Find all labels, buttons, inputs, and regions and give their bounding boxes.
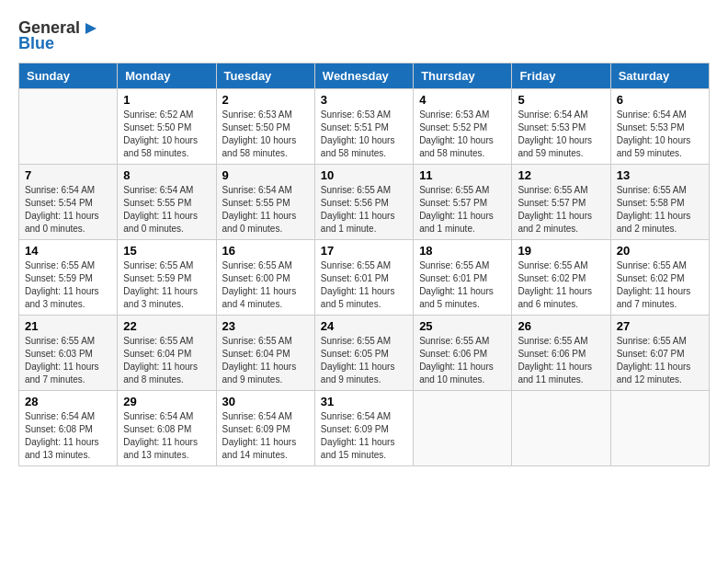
calendar-cell: 9Sunrise: 6:54 AM Sunset: 5:55 PM Daylig… bbox=[216, 165, 314, 240]
day-number: 22 bbox=[123, 319, 210, 333]
calendar-header-row: SundayMondayTuesdayWednesdayThursdayFrid… bbox=[19, 63, 710, 89]
day-number: 14 bbox=[25, 244, 111, 258]
day-info: Sunrise: 6:54 AM Sunset: 6:09 PM Dayligh… bbox=[222, 410, 309, 462]
calendar-header-thursday: Thursday bbox=[414, 63, 512, 89]
calendar-cell bbox=[19, 89, 118, 165]
day-info: Sunrise: 6:55 AM Sunset: 6:03 PM Dayligh… bbox=[25, 335, 111, 386]
day-number: 21 bbox=[25, 319, 111, 333]
day-info: Sunrise: 6:55 AM Sunset: 6:02 PM Dayligh… bbox=[617, 259, 703, 311]
day-info: Sunrise: 6:54 AM Sunset: 5:55 PM Dayligh… bbox=[123, 184, 210, 236]
logo-blue: Blue bbox=[18, 34, 54, 53]
calendar-week-4: 21Sunrise: 6:55 AM Sunset: 6:03 PM Dayli… bbox=[19, 316, 710, 391]
calendar-cell: 15Sunrise: 6:55 AM Sunset: 5:59 PM Dayli… bbox=[118, 240, 216, 316]
day-number: 4 bbox=[419, 93, 506, 107]
calendar-cell: 16Sunrise: 6:55 AM Sunset: 6:00 PM Dayli… bbox=[216, 240, 314, 316]
day-number: 5 bbox=[518, 93, 604, 107]
day-number: 11 bbox=[419, 168, 506, 182]
calendar-cell: 24Sunrise: 6:55 AM Sunset: 6:05 PM Dayli… bbox=[314, 316, 413, 391]
day-number: 15 bbox=[123, 244, 210, 258]
calendar-week-3: 14Sunrise: 6:55 AM Sunset: 5:59 PM Dayli… bbox=[19, 240, 710, 316]
calendar-cell: 27Sunrise: 6:55 AM Sunset: 6:07 PM Dayli… bbox=[610, 316, 709, 391]
day-info: Sunrise: 6:55 AM Sunset: 6:01 PM Dayligh… bbox=[321, 259, 407, 311]
day-number: 18 bbox=[419, 244, 506, 258]
day-number: 10 bbox=[321, 168, 407, 182]
calendar-week-1: 1Sunrise: 6:52 AM Sunset: 5:50 PM Daylig… bbox=[19, 89, 710, 165]
logo-arrow-icon bbox=[82, 21, 97, 36]
calendar-cell bbox=[610, 391, 709, 466]
calendar-cell: 20Sunrise: 6:55 AM Sunset: 6:02 PM Dayli… bbox=[610, 240, 709, 316]
calendar-cell: 1Sunrise: 6:52 AM Sunset: 5:50 PM Daylig… bbox=[118, 89, 216, 165]
day-info: Sunrise: 6:55 AM Sunset: 6:01 PM Dayligh… bbox=[419, 259, 506, 311]
calendar-cell: 21Sunrise: 6:55 AM Sunset: 6:03 PM Dayli… bbox=[19, 316, 118, 391]
day-info: Sunrise: 6:55 AM Sunset: 6:05 PM Dayligh… bbox=[321, 335, 407, 386]
day-number: 8 bbox=[123, 168, 210, 182]
calendar-header-friday: Friday bbox=[512, 63, 610, 89]
day-info: Sunrise: 6:53 AM Sunset: 5:52 PM Dayligh… bbox=[419, 109, 506, 160]
day-info: Sunrise: 6:55 AM Sunset: 5:58 PM Dayligh… bbox=[617, 184, 703, 236]
day-info: Sunrise: 6:55 AM Sunset: 6:00 PM Dayligh… bbox=[222, 259, 309, 311]
calendar-cell: 30Sunrise: 6:54 AM Sunset: 6:09 PM Dayli… bbox=[216, 391, 314, 466]
day-number: 12 bbox=[518, 168, 604, 182]
day-info: Sunrise: 6:54 AM Sunset: 6:08 PM Dayligh… bbox=[25, 410, 111, 462]
day-info: Sunrise: 6:53 AM Sunset: 5:51 PM Dayligh… bbox=[321, 109, 407, 160]
calendar-cell: 4Sunrise: 6:53 AM Sunset: 5:52 PM Daylig… bbox=[414, 89, 512, 165]
day-number: 23 bbox=[222, 319, 309, 333]
day-info: Sunrise: 6:54 AM Sunset: 6:09 PM Dayligh… bbox=[321, 410, 407, 462]
day-number: 24 bbox=[321, 319, 407, 333]
day-info: Sunrise: 6:55 AM Sunset: 6:06 PM Dayligh… bbox=[518, 335, 604, 386]
day-info: Sunrise: 6:54 AM Sunset: 5:53 PM Dayligh… bbox=[518, 109, 604, 160]
day-number: 2 bbox=[222, 93, 309, 107]
calendar-cell: 14Sunrise: 6:55 AM Sunset: 5:59 PM Dayli… bbox=[19, 240, 118, 316]
calendar-cell: 6Sunrise: 6:54 AM Sunset: 5:53 PM Daylig… bbox=[610, 89, 709, 165]
calendar-week-2: 7Sunrise: 6:54 AM Sunset: 5:54 PM Daylig… bbox=[19, 165, 710, 240]
calendar-header-wednesday: Wednesday bbox=[314, 63, 413, 89]
calendar-cell: 23Sunrise: 6:55 AM Sunset: 6:04 PM Dayli… bbox=[216, 316, 314, 391]
day-info: Sunrise: 6:54 AM Sunset: 5:53 PM Dayligh… bbox=[617, 109, 703, 160]
calendar-cell: 3Sunrise: 6:53 AM Sunset: 5:51 PM Daylig… bbox=[314, 89, 413, 165]
day-number: 20 bbox=[617, 244, 703, 258]
day-info: Sunrise: 6:54 AM Sunset: 5:54 PM Dayligh… bbox=[25, 184, 111, 236]
day-info: Sunrise: 6:54 AM Sunset: 6:08 PM Dayligh… bbox=[123, 410, 210, 462]
day-number: 7 bbox=[25, 168, 111, 182]
day-number: 13 bbox=[617, 168, 703, 182]
day-info: Sunrise: 6:55 AM Sunset: 6:02 PM Dayligh… bbox=[518, 259, 604, 311]
day-info: Sunrise: 6:55 AM Sunset: 5:59 PM Dayligh… bbox=[25, 259, 111, 311]
day-info: Sunrise: 6:55 AM Sunset: 5:59 PM Dayligh… bbox=[123, 259, 210, 311]
calendar-cell: 29Sunrise: 6:54 AM Sunset: 6:08 PM Dayli… bbox=[118, 391, 216, 466]
day-info: Sunrise: 6:53 AM Sunset: 5:50 PM Dayligh… bbox=[222, 109, 309, 160]
calendar-header-sunday: Sunday bbox=[19, 63, 118, 89]
day-number: 27 bbox=[617, 319, 703, 333]
calendar-cell: 2Sunrise: 6:53 AM Sunset: 5:50 PM Daylig… bbox=[216, 89, 314, 165]
day-number: 31 bbox=[321, 395, 407, 408]
calendar-cell: 19Sunrise: 6:55 AM Sunset: 6:02 PM Dayli… bbox=[512, 240, 610, 316]
calendar-header-monday: Monday bbox=[118, 63, 216, 89]
day-number: 17 bbox=[321, 244, 407, 258]
logo: General Blue bbox=[18, 18, 97, 53]
calendar-table: SundayMondayTuesdayWednesdayThursdayFrid… bbox=[18, 63, 710, 466]
calendar-cell bbox=[414, 391, 512, 466]
day-number: 9 bbox=[222, 168, 309, 182]
calendar-cell: 10Sunrise: 6:55 AM Sunset: 5:56 PM Dayli… bbox=[314, 165, 413, 240]
calendar-cell: 22Sunrise: 6:55 AM Sunset: 6:04 PM Dayli… bbox=[118, 316, 216, 391]
day-number: 29 bbox=[123, 395, 210, 408]
page-header: General Blue bbox=[18, 18, 710, 53]
day-number: 26 bbox=[518, 319, 604, 333]
calendar-cell: 31Sunrise: 6:54 AM Sunset: 6:09 PM Dayli… bbox=[314, 391, 413, 466]
calendar-cell: 13Sunrise: 6:55 AM Sunset: 5:58 PM Dayli… bbox=[610, 165, 709, 240]
calendar-header-tuesday: Tuesday bbox=[216, 63, 314, 89]
calendar-cell: 17Sunrise: 6:55 AM Sunset: 6:01 PM Dayli… bbox=[314, 240, 413, 316]
day-number: 16 bbox=[222, 244, 309, 258]
calendar-week-5: 28Sunrise: 6:54 AM Sunset: 6:08 PM Dayli… bbox=[19, 391, 710, 466]
day-number: 30 bbox=[222, 395, 309, 408]
day-info: Sunrise: 6:55 AM Sunset: 6:04 PM Dayligh… bbox=[123, 335, 210, 386]
calendar-cell: 26Sunrise: 6:55 AM Sunset: 6:06 PM Dayli… bbox=[512, 316, 610, 391]
day-number: 28 bbox=[25, 395, 111, 408]
day-info: Sunrise: 6:55 AM Sunset: 6:04 PM Dayligh… bbox=[222, 335, 309, 386]
calendar-cell: 8Sunrise: 6:54 AM Sunset: 5:55 PM Daylig… bbox=[118, 165, 216, 240]
day-number: 3 bbox=[321, 93, 407, 107]
calendar-cell: 11Sunrise: 6:55 AM Sunset: 5:57 PM Dayli… bbox=[414, 165, 512, 240]
calendar-cell bbox=[512, 391, 610, 466]
calendar-cell: 7Sunrise: 6:54 AM Sunset: 5:54 PM Daylig… bbox=[19, 165, 118, 240]
day-number: 1 bbox=[123, 93, 210, 107]
day-info: Sunrise: 6:55 AM Sunset: 5:56 PM Dayligh… bbox=[321, 184, 407, 236]
